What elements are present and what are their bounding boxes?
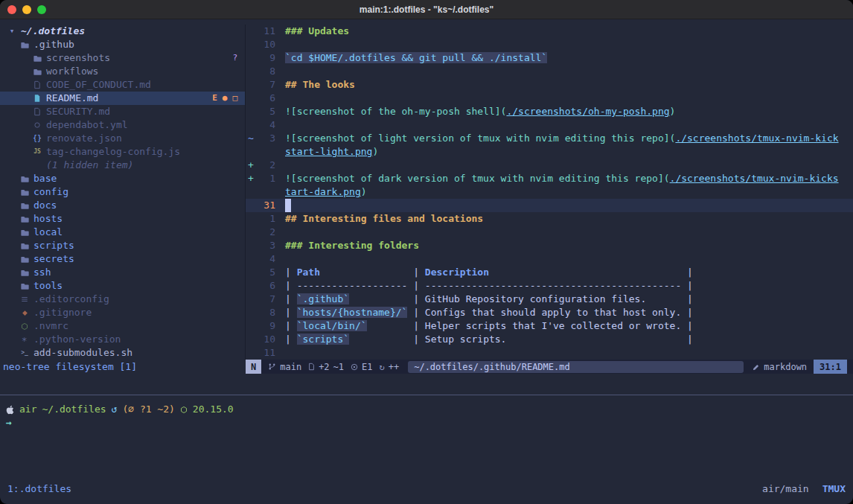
node-icon bbox=[180, 406, 188, 414]
tree-item-label: workflows bbox=[46, 65, 98, 78]
line-number: 1 bbox=[255, 212, 275, 226]
tree-item[interactable]: hosts bbox=[0, 212, 245, 226]
editor-line[interactable]: 1## Interesting files and locations bbox=[246, 212, 853, 226]
editor-line[interactable]: 9| `local/bin/` | Helper scripts that I'… bbox=[246, 319, 853, 333]
text-segment: GitHub Repository configuration files. bbox=[425, 293, 646, 304]
tree-item[interactable]: (1 hidden item) bbox=[0, 159, 245, 172]
line-number bbox=[255, 185, 275, 199]
editor-line[interactable]: 8 bbox=[246, 65, 853, 78]
tree-item[interactable]: scripts bbox=[0, 239, 245, 252]
filetype-name: markdown bbox=[764, 360, 807, 374]
editor-line[interactable]: 10 bbox=[246, 38, 853, 51]
minimize-button[interactable] bbox=[22, 5, 31, 14]
tree-item[interactable]: tools bbox=[0, 279, 245, 293]
text-segment: Configs that should apply to that host o… bbox=[425, 307, 681, 318]
gutter-sign bbox=[246, 38, 255, 51]
editor-line[interactable]: 31 bbox=[246, 199, 853, 212]
tmux-window-name[interactable]: 1:.dotfiles bbox=[7, 482, 71, 496]
chevron-down-icon: ▾ bbox=[6, 25, 18, 38]
tree-item[interactable]: {}renovate.json bbox=[0, 132, 245, 145]
editor-line[interactable]: 5| Path | Description | bbox=[246, 266, 853, 279]
editor-line[interactable]: 4 bbox=[246, 252, 853, 266]
gutter-sign bbox=[246, 78, 255, 92]
editor-line[interactable]: 7| `.github` | GitHub Repository configu… bbox=[246, 293, 853, 306]
tree-item[interactable]: .nvmrc bbox=[0, 319, 245, 333]
editor-line[interactable]: 7## The looks bbox=[246, 78, 853, 92]
tree-item[interactable]: docs bbox=[0, 199, 245, 212]
close-button[interactable] bbox=[7, 5, 16, 14]
tree-item[interactable]: .editorconfig bbox=[0, 293, 245, 306]
tree-item[interactable]: SECURITY.md bbox=[0, 105, 245, 118]
text-segment: tart-dark.png bbox=[285, 186, 361, 197]
editor-line[interactable]: 9`cd $HOME/.dotfiles && git pull && ./in… bbox=[246, 51, 853, 65]
line-number: 5 bbox=[255, 266, 275, 279]
tree-item[interactable]: screenshots? bbox=[0, 51, 245, 65]
editor-line[interactable]: 2 bbox=[246, 226, 853, 239]
editor-line[interactable]: ~3![screenshot of light version of tmux … bbox=[246, 132, 853, 145]
tree-item[interactable]: .github bbox=[0, 38, 245, 51]
line-number: 4 bbox=[255, 118, 275, 132]
tree-item[interactable]: local bbox=[0, 226, 245, 239]
editor-line[interactable]: 3### Interesting folders bbox=[246, 239, 853, 252]
git-branch[interactable]: main bbox=[268, 360, 301, 374]
editor-line[interactable]: tart-dark.png) bbox=[246, 185, 853, 199]
editor-line[interactable]: 10| `scripts` | Setup scripts. | bbox=[246, 333, 853, 346]
diagnostics[interactable]: E1 bbox=[351, 360, 372, 374]
tree-item[interactable]: .gitignore bbox=[0, 306, 245, 319]
braces-icon: {} bbox=[31, 132, 43, 145]
tree-item[interactable]: dependabot.yml bbox=[0, 118, 245, 132]
text-segment: ### Interesting folders bbox=[285, 240, 419, 251]
text-segment: `hosts/{hostname}/` bbox=[297, 307, 408, 318]
editor-line[interactable]: 6| ------------------- | ---------------… bbox=[246, 279, 853, 293]
file-path[interactable]: ~/.dotfiles/.github/README.md bbox=[408, 361, 744, 373]
editor-line[interactable]: 8| `hosts/{hostname}/` | Configs that sh… bbox=[246, 306, 853, 319]
line-text: start-light.png) bbox=[285, 145, 378, 159]
zoom-button[interactable] bbox=[37, 5, 46, 14]
tree-item-label: README.md bbox=[46, 92, 98, 105]
folder-icon bbox=[19, 229, 31, 237]
tree-item[interactable]: secrets bbox=[0, 252, 245, 266]
editor-line[interactable]: 5![screenshot of the oh-my-posh shell](.… bbox=[246, 105, 853, 118]
tree-item[interactable]: ▾~/.dotfiles bbox=[0, 25, 245, 38]
gutter-sign bbox=[246, 239, 255, 252]
hexagon-icon bbox=[19, 322, 31, 331]
tree-item[interactable]: config bbox=[0, 185, 245, 199]
tree-item[interactable]: ssh bbox=[0, 266, 245, 279]
tree-item-label: screenshots bbox=[46, 51, 110, 65]
traffic-lights bbox=[7, 5, 46, 14]
tree-item[interactable]: >_add-submodules.sh bbox=[0, 346, 245, 360]
tree-item[interactable]: README.mdE●□ bbox=[0, 92, 245, 105]
editor-line[interactable]: +2 bbox=[246, 159, 853, 172]
editor-line[interactable]: 11### Updates bbox=[246, 25, 853, 38]
tree-item[interactable]: workflows bbox=[0, 65, 245, 78]
line-number: 8 bbox=[255, 65, 275, 78]
text-segment: | bbox=[349, 293, 425, 304]
text-segment: | bbox=[407, 307, 424, 318]
git-sync-icon: ↺ bbox=[112, 403, 118, 416]
gutter-sign bbox=[246, 266, 255, 279]
tree-item-label: .gitignore bbox=[33, 306, 92, 319]
tree-item-label: scripts bbox=[33, 239, 74, 252]
diff-stats: +2 ~1 bbox=[308, 360, 344, 374]
line-text: ![screenshot of light version of tmux wi… bbox=[285, 132, 839, 145]
editor-line[interactable]: 11 bbox=[246, 346, 853, 360]
line-number: 9 bbox=[255, 319, 275, 333]
tree-item[interactable]: CODE_OF_CONDUCT.md bbox=[0, 78, 245, 92]
editor-line[interactable]: 6 bbox=[246, 92, 853, 105]
text-segment: | bbox=[646, 293, 693, 304]
shell-pane[interactable]: air ~/.dotfiles ↺ (⌀ ?1 ~2) 20.15.0 → bbox=[0, 395, 853, 474]
line-text: ### Updates bbox=[285, 25, 349, 38]
prompt-line: air ~/.dotfiles ↺ (⌀ ?1 ~2) 20.15.0 bbox=[6, 403, 853, 416]
tree-item[interactable]: JStag-changelog-config.js bbox=[0, 145, 245, 159]
folder-icon bbox=[31, 68, 43, 76]
editor-line[interactable]: start-light.png) bbox=[246, 145, 853, 159]
node-version: 20.15.0 bbox=[193, 403, 234, 416]
folder-icon bbox=[19, 202, 31, 210]
line-number: 11 bbox=[255, 25, 275, 38]
tree-item[interactable]: ∗.python-version bbox=[0, 333, 245, 346]
editor-line[interactable]: +1![screenshot of dark version of tmux w… bbox=[246, 172, 853, 185]
editor-line[interactable]: 4 bbox=[246, 118, 853, 132]
tree-item[interactable]: base bbox=[0, 172, 245, 185]
titlebar[interactable]: main:1:.dotfiles - "ks~/.dotfiles" bbox=[0, 0, 853, 19]
text-segment: | bbox=[285, 334, 297, 345]
